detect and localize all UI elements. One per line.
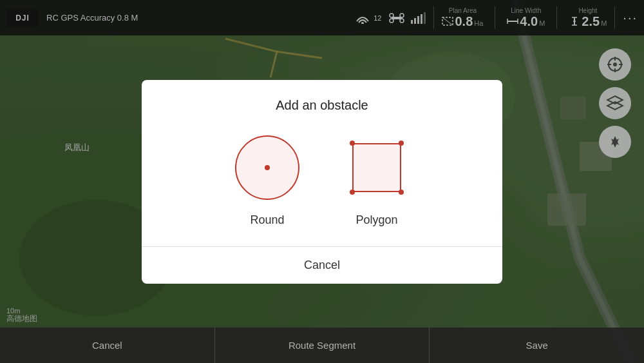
- round-option[interactable]: Round: [232, 132, 303, 227]
- polygon-dot-br: [399, 190, 404, 195]
- polygon-icon: [345, 135, 409, 200]
- polygon-dot-tl: [350, 141, 355, 146]
- polygon-label: Polygon: [355, 213, 397, 227]
- circle-center-dot: [265, 165, 270, 170]
- round-option-icon-wrap: [232, 132, 303, 203]
- polygon-dot-bl: [350, 190, 355, 195]
- add-obstacle-dialog: Add an obstacle Round Polygo: [142, 80, 502, 284]
- round-label: Round: [250, 213, 284, 227]
- polygon-rect: [352, 143, 401, 192]
- polygon-dot-tr: [399, 141, 404, 146]
- dialog-cancel-button[interactable]: Cancel: [142, 247, 502, 284]
- polygon-option-icon-wrap: [341, 132, 412, 203]
- circle-icon: [235, 135, 299, 200]
- dialog-options: Round Polygon: [142, 126, 502, 246]
- polygon-option[interactable]: Polygon: [341, 132, 412, 227]
- dialog-title: Add an obstacle: [142, 80, 502, 126]
